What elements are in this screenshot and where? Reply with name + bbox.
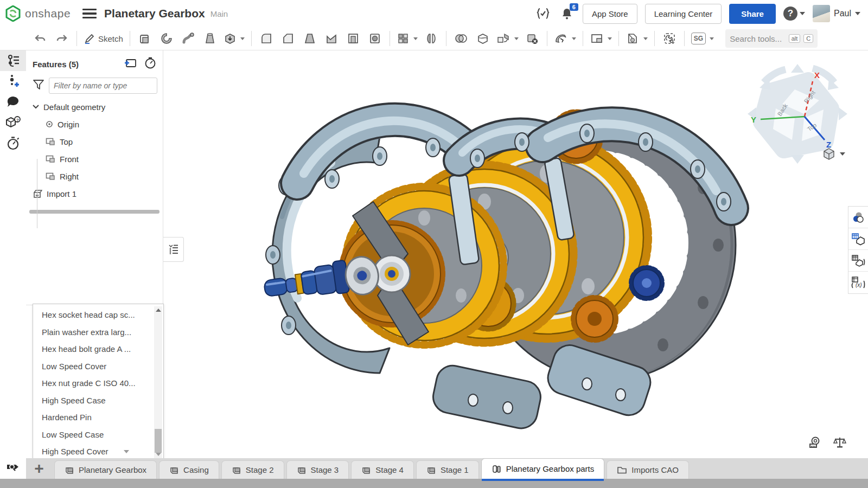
pan-right-arrow[interactable]: [839, 107, 847, 120]
add-tab-button[interactable]: +: [30, 460, 48, 477]
filter-funnel-icon[interactable]: [33, 79, 44, 92]
input-pinion[interactable]: [631, 268, 662, 298]
scrollbar[interactable]: [154, 306, 162, 458]
list-item[interactable]: Low Speed Cover: [33, 358, 152, 375]
appearance-button[interactable]: [848, 207, 868, 228]
hole-button[interactable]: [365, 29, 385, 48]
app-store-button[interactable]: App Store: [583, 4, 637, 24]
extrude-button[interactable]: [135, 29, 155, 48]
tab-bar: + Planetary Gearbox Casing Stage 2 Stage…: [0, 458, 868, 488]
onshape-logo[interactable]: onshape: [0, 5, 71, 22]
revolve-button[interactable]: [157, 29, 176, 48]
modify-fillet-button[interactable]: [552, 29, 578, 48]
sheet-metal-toggle[interactable]: SG: [690, 29, 716, 48]
thicken-button[interactable]: [222, 29, 246, 48]
share-button[interactable]: Share: [729, 4, 776, 24]
tab-stage-4[interactable]: Stage 4: [351, 460, 414, 479]
tree-item-origin[interactable]: Origin: [26, 115, 163, 133]
parts-tab-icon: [492, 464, 502, 474]
tree-item-top-plane[interactable]: Top: [26, 133, 163, 150]
project-curve-button[interactable]: [624, 29, 649, 48]
learning-center-button[interactable]: Learning Center: [645, 4, 722, 24]
list-item[interactable]: Plain washer extra larg...: [33, 324, 152, 341]
panel-collapse-flap[interactable]: [163, 237, 184, 262]
filter-input[interactable]: [49, 78, 157, 94]
tab-stage-1[interactable]: Stage 1: [416, 460, 479, 479]
mirror-button[interactable]: [422, 29, 441, 48]
item-dropdown-icon[interactable]: [124, 450, 129, 453]
tab-planetary-gearbox-parts[interactable]: Planetary Gearbox parts: [481, 458, 605, 479]
tab-stage-2[interactable]: Stage 2: [221, 460, 284, 479]
planet-gear-bottom[interactable]: [574, 298, 615, 339]
part-studio-tab-icon: [169, 465, 179, 475]
new-folder-icon[interactable]: [124, 57, 137, 70]
tree-item-right-plane[interactable]: Right: [26, 168, 163, 185]
list-item[interactable]: High Speed Cover: [33, 443, 152, 460]
workspace-branch[interactable]: Main: [210, 9, 228, 18]
tilt-up-arrow[interactable]: [791, 64, 804, 73]
sketch-button[interactable]: Sketch: [82, 29, 125, 48]
draft-button[interactable]: [300, 29, 320, 48]
rollback-history-icon[interactable]: [144, 57, 156, 71]
list-item[interactable]: Hex head bolt grade A ...: [33, 341, 152, 358]
delete-part-button[interactable]: [522, 29, 542, 48]
list-item[interactable]: Hex socket head cap sc...: [33, 306, 152, 324]
undo-button[interactable]: [30, 29, 50, 48]
tools-button[interactable]: [660, 29, 679, 48]
right-tools-panel: (x): [848, 206, 868, 294]
shell-button[interactable]: [343, 29, 363, 48]
transform-button[interactable]: [495, 29, 520, 48]
mass-properties-icon[interactable]: [833, 436, 846, 451]
configurations-button[interactable]: [848, 228, 868, 250]
split-button[interactable]: [473, 29, 493, 48]
comments-panel-button[interactable]: [0, 92, 26, 112]
configured-features-button[interactable]: [848, 250, 868, 272]
tree-item-import-1[interactable]: Import 1: [26, 185, 163, 202]
measure-tool-icon[interactable]: [808, 436, 821, 451]
list-item[interactable]: High Speed Case: [33, 392, 152, 409]
feature-list-panel-button[interactable]: [0, 50, 26, 71]
versions-panel-button[interactable]: [0, 71, 26, 92]
part-studio-tab-icon: [361, 465, 371, 475]
tab-casing[interactable]: Casing: [159, 460, 219, 479]
key-c: C: [803, 34, 813, 43]
svg-text:?: ?: [16, 118, 19, 123]
history-panel-button[interactable]: [0, 133, 26, 153]
user-menu[interactable]: Paul: [813, 5, 860, 22]
tab-search-button[interactable]: [0, 458, 26, 479]
svg-text:(x): (x): [856, 282, 862, 288]
plane-button[interactable]: [588, 29, 614, 48]
redo-button[interactable]: [52, 29, 72, 48]
list-item[interactable]: Low Speed Case: [33, 426, 152, 444]
list-item[interactable]: Hardened Pin: [33, 409, 152, 426]
scroll-up-button[interactable]: [154, 306, 162, 314]
notifications-bell-icon[interactable]: 6: [559, 5, 575, 22]
tab-imports-cao[interactable]: Imports CAO: [607, 460, 689, 479]
rollback-bar[interactable]: [29, 210, 159, 214]
fillet-button[interactable]: [257, 29, 276, 48]
notification-badge: 6: [570, 3, 578, 11]
plane-icon: [46, 155, 55, 163]
scroll-down-button[interactable]: [154, 451, 162, 458]
tilt-down-arrow[interactable]: [791, 155, 804, 164]
featurescript-icon[interactable]: [535, 5, 551, 22]
variables-button[interactable]: (x): [848, 272, 868, 293]
learn-panel-button[interactable]: ?: [0, 112, 26, 133]
tab-stage-3[interactable]: Stage 3: [286, 460, 349, 479]
svg-text:X: X: [814, 70, 820, 80]
scrollbar-thumb[interactable]: [155, 429, 162, 453]
tree-item-default-geometry[interactable]: Default geometry: [26, 98, 163, 115]
hamburger-menu-icon[interactable]: [82, 7, 97, 21]
view-options-button[interactable]: [822, 147, 845, 160]
help-menu[interactable]: ?: [783, 7, 805, 21]
linear-pattern-button[interactable]: [395, 29, 419, 48]
search-tools-input[interactable]: Search tools... alt C: [725, 29, 818, 48]
tree-item-front-plane[interactable]: Front: [26, 150, 163, 168]
boolean-button[interactable]: [451, 29, 471, 48]
sweep-button[interactable]: [178, 29, 198, 48]
chamfer-button[interactable]: [278, 29, 298, 48]
rib-button[interactable]: [322, 29, 341, 48]
list-item[interactable]: Hex nut grade C ISO 40...: [33, 375, 152, 392]
tab-planetary-gearbox[interactable]: Planetary Gearbox: [54, 460, 157, 479]
loft-button[interactable]: [200, 29, 220, 48]
